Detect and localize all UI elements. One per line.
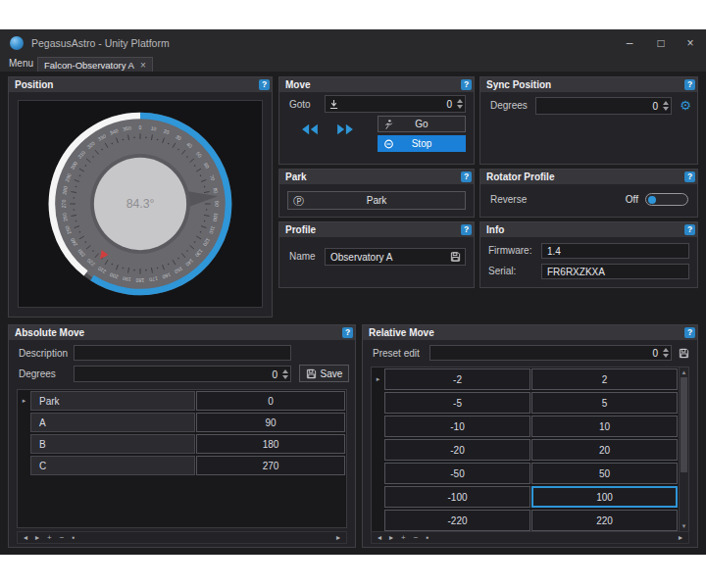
app-logo-icon — [10, 36, 24, 50]
nav-end-icon[interactable]: ▸ — [679, 533, 682, 542]
nav-add-icon[interactable]: + — [47, 533, 52, 542]
table-row[interactable]: ▸Park0 — [18, 390, 346, 412]
table-row[interactable]: C270 — [18, 455, 346, 476]
help-icon[interactable]: ? — [684, 79, 695, 90]
nav-add-icon[interactable]: + — [401, 533, 406, 542]
minimize-button[interactable]: – — [622, 36, 637, 50]
nav-edit-icon[interactable]: ▪ — [426, 533, 429, 542]
save-icon[interactable] — [450, 252, 461, 263]
preset-name-cell[interactable]: Park — [30, 391, 195, 411]
relative-step-cell[interactable]: -5 — [384, 392, 530, 414]
stop-button[interactable]: Stop — [378, 135, 466, 152]
sync-degrees-spinner[interactable] — [661, 98, 670, 114]
go-button[interactable]: Go — [378, 116, 466, 132]
sync-degrees-input[interactable]: 0 — [535, 97, 672, 115]
scroll-thumb[interactable] — [681, 377, 687, 472]
tab-falcon-observatory-a[interactable]: Falcon-Observatory A × — [37, 57, 153, 72]
help-icon[interactable]: ? — [684, 172, 695, 182]
nudge-cw-button[interactable] — [334, 122, 356, 136]
nav-next-icon[interactable]: ▸ — [35, 533, 39, 542]
nav-prev-icon[interactable]: ◂ — [24, 533, 27, 542]
help-icon[interactable]: ? — [684, 224, 695, 235]
relative-step-cell[interactable]: 10 — [531, 416, 678, 437]
goto-spinner[interactable] — [455, 96, 464, 112]
tab-close-icon[interactable]: × — [140, 60, 146, 71]
help-icon[interactable]: ? — [342, 327, 353, 338]
nav-edit-icon[interactable]: ▪ — [72, 533, 75, 542]
relative-step-cell[interactable]: -100 — [384, 486, 530, 508]
preset-name-cell[interactable]: C — [30, 456, 195, 475]
serial-value-field[interactable]: FR6RXZKXA — [541, 264, 689, 279]
relative-step-cell[interactable]: 50 — [531, 463, 678, 484]
relative-step-cell[interactable]: -50 — [384, 463, 530, 484]
tab-label: Falcon-Observatory A — [44, 60, 134, 71]
relative-step-cell[interactable]: -2 — [384, 368, 530, 390]
rotator-dial[interactable]: 0102030405060708090100110120130140150160… — [43, 107, 237, 301]
help-icon[interactable]: ? — [461, 172, 472, 182]
nav-prev-icon[interactable]: ◂ — [378, 533, 381, 542]
preset-edit-spinner[interactable] — [661, 346, 670, 360]
park-icon: Ⓟ — [293, 193, 304, 208]
save-icon[interactable] — [679, 348, 689, 359]
table-row[interactable]: -2020 — [372, 438, 679, 462]
row-indicator — [18, 433, 30, 455]
rotator-profile-panel: Rotator Profile ? Reverse Off — [479, 169, 698, 218]
help-icon[interactable]: ? — [461, 224, 472, 235]
preset-edit-value: 0 — [652, 348, 658, 359]
relative-step-cell[interactable]: -10 — [384, 416, 530, 437]
serial-value: FR6RXZKXA — [547, 267, 605, 277]
menu-button[interactable]: Menu — [9, 58, 33, 69]
help-icon[interactable]: ? — [259, 79, 270, 90]
relative-step-cell[interactable]: -220 — [384, 510, 530, 531]
preset-name-cell[interactable]: A — [30, 413, 195, 432]
table-row[interactable]: B180 — [18, 433, 346, 455]
nav-remove-icon[interactable]: − — [414, 533, 419, 542]
position-dial[interactable]: 0102030405060708090100110120130140150160… — [18, 100, 263, 308]
tabbar: Menu Falcon-Observatory A × — [0, 57, 706, 72]
preset-value-cell[interactable]: 0 — [196, 391, 345, 411]
scroll-down-button[interactable]: ▼ — [680, 521, 688, 531]
abs-degrees-spinner[interactable] — [280, 367, 289, 381]
table-row[interactable]: -5050 — [372, 462, 679, 485]
table-row[interactable]: -220220 — [372, 509, 679, 532]
profile-name-input[interactable]: Observatory A — [325, 248, 466, 266]
relative-step-cell[interactable]: 220 — [531, 510, 678, 531]
goto-input[interactable]: 0 — [325, 95, 466, 113]
preset-value-cell[interactable]: 90 — [196, 413, 345, 432]
description-input[interactable] — [74, 345, 291, 361]
firmware-label: Firmware: — [488, 245, 531, 256]
preset-value-cell[interactable]: 270 — [196, 456, 345, 475]
scroll-up-button[interactable]: ▲ — [680, 368, 688, 377]
table-scrollbar[interactable]: ▲ ▼ — [679, 368, 688, 531]
relative-step-cell[interactable]: -20 — [384, 439, 530, 461]
maximize-button[interactable]: □ — [653, 36, 669, 50]
table-row[interactable]: -100100 — [372, 485, 679, 509]
close-button[interactable]: × — [682, 36, 698, 50]
relative-step-cell[interactable]: 5 — [531, 392, 678, 414]
nav-next-icon[interactable]: ▸ — [389, 533, 393, 542]
firmware-value-field[interactable]: 1.4 — [541, 243, 689, 259]
stop-icon — [383, 138, 394, 149]
row-indicator — [372, 415, 384, 438]
preset-edit-input[interactable]: 0 — [429, 345, 672, 361]
relative-step-cell[interactable]: 20 — [531, 439, 678, 461]
park-button[interactable]: Ⓟ Park — [287, 191, 466, 210]
help-icon[interactable]: ? — [461, 79, 472, 90]
panel-title: Move — [285, 79, 311, 90]
nav-end-icon[interactable]: ▸ — [336, 533, 340, 542]
relative-step-cell[interactable]: 2 — [531, 368, 678, 390]
reverse-toggle[interactable] — [645, 193, 688, 206]
table-row[interactable]: -1010 — [372, 415, 679, 438]
nav-remove-icon[interactable]: − — [60, 533, 65, 542]
preset-value-cell[interactable]: 180 — [196, 434, 345, 454]
preset-name-cell[interactable]: B — [30, 434, 195, 454]
table-row[interactable]: -55 — [372, 391, 679, 415]
help-icon[interactable]: ? — [684, 327, 695, 338]
abs-degrees-input[interactable]: 0 — [74, 366, 291, 382]
table-row[interactable]: A90 — [18, 412, 346, 433]
relative-step-cell[interactable]: 100 — [531, 486, 678, 508]
nudge-ccw-button[interactable] — [299, 122, 321, 136]
sync-settings-icon[interactable]: ⚙ — [680, 99, 691, 113]
save-button[interactable]: Save — [299, 365, 349, 382]
table-row[interactable]: ▸-22 — [372, 368, 679, 391]
